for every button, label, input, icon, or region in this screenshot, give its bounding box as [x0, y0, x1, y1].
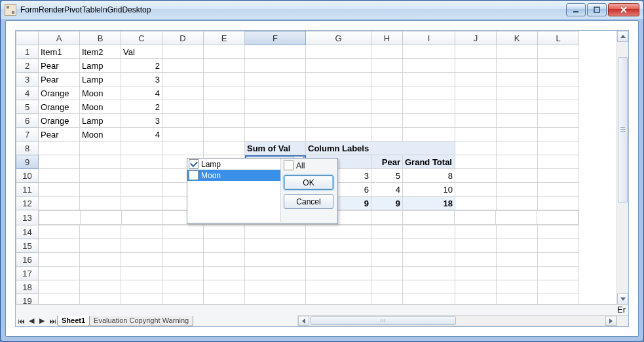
- cell[interactable]: [538, 155, 579, 169]
- cell[interactable]: [245, 100, 306, 114]
- cell[interactable]: [80, 211, 121, 225]
- filter-all-row[interactable]: All: [284, 160, 333, 171]
- maximize-button[interactable]: [587, 3, 607, 16]
- prev-sheet-button[interactable]: ◀: [26, 316, 37, 326]
- cell[interactable]: [371, 239, 403, 253]
- cell[interactable]: [538, 267, 579, 280]
- cell[interactable]: [455, 142, 497, 155]
- row-header[interactable]: 9: [16, 155, 39, 169]
- cell[interactable]: [204, 239, 245, 253]
- pivot-col-header[interactable]: Grand Total: [403, 155, 455, 169]
- cell[interactable]: [80, 183, 121, 197]
- cell[interactable]: [306, 239, 371, 253]
- cell[interactable]: [497, 86, 538, 100]
- cell[interactable]: [455, 239, 497, 253]
- cell[interactable]: [204, 267, 245, 280]
- cell[interactable]: [403, 59, 455, 73]
- cell[interactable]: [306, 100, 371, 114]
- cell[interactable]: [371, 280, 403, 294]
- grid-viewport[interactable]: A B C D E F G H I J K L 1 Item1: [16, 31, 617, 305]
- cell[interactable]: [455, 225, 497, 239]
- cell[interactable]: [455, 114, 497, 128]
- filter-item-moon[interactable]: Moon: [187, 170, 280, 181]
- cell[interactable]: [204, 294, 245, 305]
- sheet-tab-eval[interactable]: Evaluation Copyright Warning: [89, 316, 193, 326]
- cell[interactable]: [121, 155, 162, 169]
- cell[interactable]: [204, 142, 245, 155]
- cell[interactable]: [162, 142, 204, 155]
- cell[interactable]: [162, 59, 204, 73]
- cell[interactable]: [497, 169, 538, 183]
- cell[interactable]: [162, 225, 204, 239]
- cell[interactable]: [121, 267, 162, 280]
- cell[interactable]: [204, 45, 245, 59]
- cell[interactable]: [80, 142, 121, 155]
- cell[interactable]: [80, 294, 121, 305]
- cell[interactable]: [538, 183, 579, 197]
- cell[interactable]: [538, 128, 579, 142]
- row-header[interactable]: 17: [16, 267, 39, 280]
- cancel-button[interactable]: Cancel: [284, 194, 333, 209]
- cell[interactable]: [245, 225, 306, 239]
- pivot-col-header[interactable]: Pear: [371, 155, 403, 169]
- cell[interactable]: [538, 169, 579, 183]
- row-header[interactable]: 7: [16, 128, 39, 142]
- cell[interactable]: [371, 73, 403, 86]
- cell[interactable]: [162, 114, 204, 128]
- cell[interactable]: [371, 86, 403, 100]
- cell[interactable]: [39, 211, 81, 225]
- pivot-title-cell[interactable]: Sum of Val: [245, 142, 306, 155]
- cell[interactable]: [455, 183, 497, 197]
- cell[interactable]: [371, 59, 403, 73]
- cell[interactable]: [455, 155, 497, 169]
- cell[interactable]: [403, 294, 455, 305]
- cell[interactable]: [162, 239, 204, 253]
- cell[interactable]: [538, 280, 579, 294]
- cell[interactable]: [162, 128, 204, 142]
- cell[interactable]: [538, 225, 579, 239]
- cell[interactable]: [371, 267, 403, 280]
- scroll-down-button[interactable]: [617, 294, 628, 305]
- horizontal-scroll-thumb[interactable]: [311, 316, 456, 325]
- vertical-scroll-thumb[interactable]: [618, 57, 628, 202]
- cell[interactable]: [455, 280, 497, 294]
- cell[interactable]: [204, 128, 245, 142]
- checkbox-icon[interactable]: [284, 161, 294, 170]
- cell[interactable]: [497, 225, 538, 239]
- cell[interactable]: [455, 294, 497, 305]
- scroll-up-button[interactable]: [617, 31, 628, 42]
- pivot-value[interactable]: 5: [371, 169, 403, 183]
- pivot-value[interactable]: 4: [371, 183, 403, 197]
- cell[interactable]: [80, 155, 121, 169]
- cell[interactable]: [121, 183, 162, 197]
- pivot-grand-value[interactable]: 18: [403, 197, 455, 210]
- cell[interactable]: [455, 197, 497, 210]
- cell[interactable]: [403, 128, 455, 142]
- cell[interactable]: [306, 86, 371, 100]
- col-header-K[interactable]: K: [497, 31, 538, 45]
- cell[interactable]: Orange: [39, 114, 80, 128]
- cell[interactable]: 2: [121, 100, 162, 114]
- cell[interactable]: [121, 253, 162, 267]
- cell[interactable]: Item2: [80, 45, 121, 59]
- cell[interactable]: [497, 73, 538, 86]
- cell[interactable]: [371, 45, 403, 59]
- cell[interactable]: [245, 128, 306, 142]
- cell[interactable]: [306, 267, 371, 280]
- cell[interactable]: 3: [121, 114, 162, 128]
- cell[interactable]: [162, 86, 204, 100]
- cell[interactable]: 4: [121, 128, 162, 142]
- cell[interactable]: [204, 86, 245, 100]
- filter-item-lamp[interactable]: Lamp: [187, 159, 280, 170]
- cell[interactable]: [39, 239, 80, 253]
- pivot-value[interactable]: 8: [403, 169, 455, 183]
- scroll-right-button[interactable]: [605, 316, 616, 326]
- cell[interactable]: [371, 211, 402, 225]
- col-header-F[interactable]: F: [245, 31, 306, 45]
- next-sheet-button[interactable]: ▶: [37, 316, 47, 326]
- cell[interactable]: [39, 142, 80, 155]
- cell[interactable]: [497, 267, 538, 280]
- cell[interactable]: [245, 267, 306, 280]
- cell[interactable]: Lamp: [80, 59, 121, 73]
- cell[interactable]: 4: [121, 86, 162, 100]
